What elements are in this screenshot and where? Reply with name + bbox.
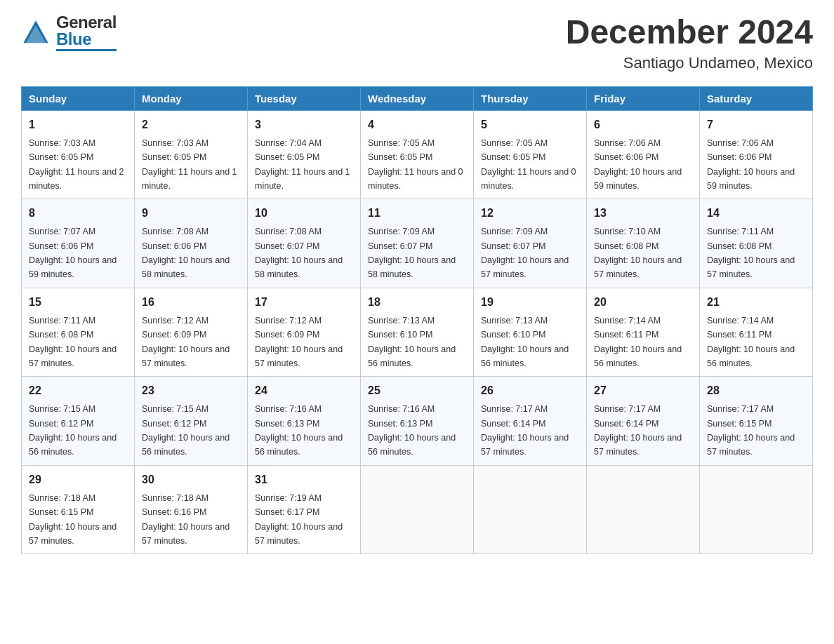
- header-cell-monday: Monday: [135, 86, 248, 110]
- day-number: 16: [142, 294, 240, 311]
- calendar-cell: 31 Sunrise: 7:19 AMSunset: 6:17 PMDaylig…: [248, 465, 361, 554]
- calendar-cell: 2 Sunrise: 7:03 AMSunset: 6:05 PMDayligh…: [135, 110, 248, 199]
- day-number: 10: [255, 205, 353, 222]
- calendar-cell: 30 Sunrise: 7:18 AMSunset: 6:16 PMDaylig…: [135, 465, 248, 554]
- day-number: 23: [142, 382, 240, 399]
- day-number: 21: [707, 294, 805, 311]
- day-number: 30: [142, 471, 240, 488]
- calendar-cell: 13 Sunrise: 7:10 AMSunset: 6:08 PMDaylig…: [587, 199, 700, 288]
- calendar-cell: 24 Sunrise: 7:16 AMSunset: 6:13 PMDaylig…: [248, 377, 361, 466]
- day-info: Sunrise: 7:08 AMSunset: 6:07 PMDaylight:…: [255, 227, 343, 279]
- day-number: 7: [707, 116, 805, 133]
- header-cell-tuesday: Tuesday: [248, 86, 361, 110]
- day-number: 26: [481, 382, 579, 399]
- day-number: 25: [368, 382, 466, 399]
- day-number: 24: [255, 382, 353, 399]
- day-info: Sunrise: 7:09 AMSunset: 6:07 PMDaylight:…: [481, 227, 569, 279]
- calendar-week-5: 29 Sunrise: 7:18 AMSunset: 6:15 PMDaylig…: [22, 465, 813, 554]
- day-info: Sunrise: 7:03 AMSunset: 6:05 PMDaylight:…: [29, 138, 124, 191]
- day-number: 9: [142, 205, 240, 222]
- calendar-cell: 23 Sunrise: 7:15 AMSunset: 6:12 PMDaylig…: [135, 377, 248, 466]
- calendar-header: SundayMondayTuesdayWednesdayThursdayFrid…: [22, 86, 813, 110]
- day-info: Sunrise: 7:19 AMSunset: 6:17 PMDaylight:…: [255, 493, 343, 546]
- calendar-cell: 27 Sunrise: 7:17 AMSunset: 6:14 PMDaylig…: [587, 377, 700, 466]
- day-info: Sunrise: 7:03 AMSunset: 6:05 PMDaylight:…: [142, 138, 237, 191]
- calendar-cell: 8 Sunrise: 7:07 AMSunset: 6:06 PMDayligh…: [22, 199, 135, 288]
- calendar-cell: 7 Sunrise: 7:06 AMSunset: 6:06 PMDayligh…: [700, 110, 813, 199]
- day-number: 17: [255, 294, 353, 311]
- day-info: Sunrise: 7:14 AMSunset: 6:11 PMDaylight:…: [594, 316, 682, 368]
- day-info: Sunrise: 7:13 AMSunset: 6:10 PMDaylight:…: [481, 316, 569, 368]
- day-number: 13: [594, 205, 692, 222]
- day-info: Sunrise: 7:08 AMSunset: 6:06 PMDaylight:…: [142, 227, 230, 279]
- day-info: Sunrise: 7:12 AMSunset: 6:09 PMDaylight:…: [142, 316, 230, 368]
- calendar-cell: [361, 465, 474, 554]
- day-number: 5: [481, 116, 579, 133]
- day-number: 3: [255, 116, 353, 133]
- title-block: December 2024 Santiago Undameo, Mexico: [566, 14, 813, 72]
- calendar-cell: 6 Sunrise: 7:06 AMSunset: 6:06 PMDayligh…: [587, 110, 700, 199]
- day-info: Sunrise: 7:06 AMSunset: 6:06 PMDaylight:…: [707, 138, 795, 191]
- calendar-cell: [700, 465, 813, 554]
- day-info: Sunrise: 7:17 AMSunset: 6:14 PMDaylight:…: [481, 404, 569, 457]
- calendar-cell: 22 Sunrise: 7:15 AMSunset: 6:12 PMDaylig…: [22, 377, 135, 466]
- day-info: Sunrise: 7:07 AMSunset: 6:06 PMDaylight:…: [29, 227, 117, 279]
- day-number: 6: [594, 116, 692, 133]
- calendar-week-1: 1 Sunrise: 7:03 AMSunset: 6:05 PMDayligh…: [22, 110, 813, 199]
- calendar-cell: [474, 465, 587, 554]
- calendar-cell: 21 Sunrise: 7:14 AMSunset: 6:11 PMDaylig…: [700, 288, 813, 377]
- calendar-week-4: 22 Sunrise: 7:15 AMSunset: 6:12 PMDaylig…: [22, 377, 813, 466]
- day-info: Sunrise: 7:05 AMSunset: 6:05 PMDaylight:…: [481, 138, 576, 191]
- day-info: Sunrise: 7:17 AMSunset: 6:14 PMDaylight:…: [594, 404, 682, 457]
- header-cell-sunday: Sunday: [22, 86, 135, 110]
- day-number: 4: [368, 116, 466, 133]
- calendar-cell: 10 Sunrise: 7:08 AMSunset: 6:07 PMDaylig…: [248, 199, 361, 288]
- day-info: Sunrise: 7:11 AMSunset: 6:08 PMDaylight:…: [29, 316, 117, 368]
- day-info: Sunrise: 7:18 AMSunset: 6:16 PMDaylight:…: [142, 493, 230, 546]
- logo: General Blue: [21, 14, 117, 51]
- day-number: 27: [594, 382, 692, 399]
- calendar-cell: 25 Sunrise: 7:16 AMSunset: 6:13 PMDaylig…: [361, 377, 474, 466]
- calendar-cell: 28 Sunrise: 7:17 AMSunset: 6:15 PMDaylig…: [700, 377, 813, 466]
- calendar-cell: [587, 465, 700, 554]
- header-row: SundayMondayTuesdayWednesdayThursdayFrid…: [22, 86, 813, 110]
- header-cell-wednesday: Wednesday: [361, 86, 474, 110]
- day-info: Sunrise: 7:10 AMSunset: 6:08 PMDaylight:…: [594, 227, 682, 279]
- day-info: Sunrise: 7:11 AMSunset: 6:08 PMDaylight:…: [707, 227, 795, 279]
- day-number: 11: [368, 205, 466, 222]
- day-number: 20: [594, 294, 692, 311]
- day-number: 2: [142, 116, 240, 133]
- calendar-cell: 29 Sunrise: 7:18 AMSunset: 6:15 PMDaylig…: [22, 465, 135, 554]
- header-cell-thursday: Thursday: [474, 86, 587, 110]
- calendar-cell: 3 Sunrise: 7:04 AMSunset: 6:05 PMDayligh…: [248, 110, 361, 199]
- day-info: Sunrise: 7:15 AMSunset: 6:12 PMDaylight:…: [29, 404, 117, 457]
- calendar-cell: 19 Sunrise: 7:13 AMSunset: 6:10 PMDaylig…: [474, 288, 587, 377]
- calendar-cell: 14 Sunrise: 7:11 AMSunset: 6:08 PMDaylig…: [700, 199, 813, 288]
- calendar-week-3: 15 Sunrise: 7:11 AMSunset: 6:08 PMDaylig…: [22, 288, 813, 377]
- logo-icon: [21, 18, 51, 48]
- day-number: 1: [29, 116, 127, 133]
- calendar-cell: 11 Sunrise: 7:09 AMSunset: 6:07 PMDaylig…: [361, 199, 474, 288]
- calendar-cell: 16 Sunrise: 7:12 AMSunset: 6:09 PMDaylig…: [135, 288, 248, 377]
- calendar-cell: 18 Sunrise: 7:13 AMSunset: 6:10 PMDaylig…: [361, 288, 474, 377]
- day-number: 18: [368, 294, 466, 311]
- day-info: Sunrise: 7:12 AMSunset: 6:09 PMDaylight:…: [255, 316, 343, 368]
- calendar-cell: 15 Sunrise: 7:11 AMSunset: 6:08 PMDaylig…: [22, 288, 135, 377]
- day-number: 29: [29, 471, 127, 488]
- logo-text: General Blue: [56, 14, 117, 51]
- calendar-title: December 2024: [566, 14, 813, 51]
- calendar-week-2: 8 Sunrise: 7:07 AMSunset: 6:06 PMDayligh…: [22, 199, 813, 288]
- calendar-cell: 4 Sunrise: 7:05 AMSunset: 6:05 PMDayligh…: [361, 110, 474, 199]
- calendar-cell: 9 Sunrise: 7:08 AMSunset: 6:06 PMDayligh…: [135, 199, 248, 288]
- calendar-cell: 17 Sunrise: 7:12 AMSunset: 6:09 PMDaylig…: [248, 288, 361, 377]
- day-info: Sunrise: 7:16 AMSunset: 6:13 PMDaylight:…: [368, 404, 456, 457]
- day-number: 15: [29, 294, 127, 311]
- day-number: 12: [481, 205, 579, 222]
- calendar-cell: 20 Sunrise: 7:14 AMSunset: 6:11 PMDaylig…: [587, 288, 700, 377]
- calendar-cell: 5 Sunrise: 7:05 AMSunset: 6:05 PMDayligh…: [474, 110, 587, 199]
- calendar-cell: 1 Sunrise: 7:03 AMSunset: 6:05 PMDayligh…: [22, 110, 135, 199]
- calendar-cell: 26 Sunrise: 7:17 AMSunset: 6:14 PMDaylig…: [474, 377, 587, 466]
- day-number: 28: [707, 382, 805, 399]
- day-info: Sunrise: 7:13 AMSunset: 6:10 PMDaylight:…: [368, 316, 456, 368]
- calendar-table: SundayMondayTuesdayWednesdayThursdayFrid…: [21, 86, 813, 555]
